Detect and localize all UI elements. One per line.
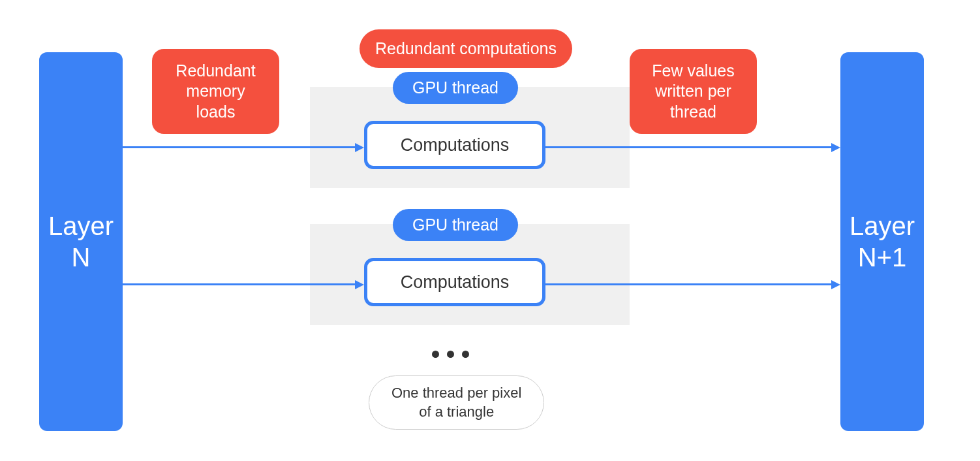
footer-caption-text: One thread per pixel of a triangle bbox=[391, 385, 521, 420]
dot-icon bbox=[432, 351, 439, 358]
arrow-2-right-line bbox=[545, 283, 831, 285]
layer-n-box: Layer N bbox=[39, 52, 123, 431]
ellipsis-icon bbox=[432, 351, 469, 358]
arrow-2-right-head bbox=[831, 280, 840, 289]
callout-redundant-computations-text: Redundant computations bbox=[375, 39, 557, 59]
callout-redundant-computations: Redundant computations bbox=[360, 29, 572, 68]
arrow-2-left-head bbox=[355, 280, 364, 289]
callout-few-values: Few values written per thread bbox=[630, 49, 757, 134]
footer-caption-pill: One thread per pixel of a triangle bbox=[369, 375, 544, 430]
callout-redundant-memory: Redundant memory loads bbox=[152, 49, 279, 134]
layer-n1-label: Layer N+1 bbox=[850, 210, 915, 273]
gpu-thread-pill-1: GPU thread bbox=[393, 72, 518, 104]
arrow-1-left-head bbox=[355, 143, 364, 152]
gpu-thread-pill-2: GPU thread bbox=[393, 209, 518, 241]
gpu-thread-label-2: GPU thread bbox=[412, 215, 498, 234]
computation-box-1: Computations bbox=[364, 121, 545, 169]
arrow-1-right-line bbox=[545, 146, 831, 148]
gpu-thread-label-1: GPU thread bbox=[412, 78, 498, 97]
callout-few-values-text: Few values written per thread bbox=[652, 61, 734, 122]
computation-label-1: Computations bbox=[401, 135, 510, 155]
dot-icon bbox=[462, 351, 469, 358]
callout-redundant-memory-text: Redundant memory loads bbox=[176, 61, 255, 122]
arrow-1-right-head bbox=[831, 143, 840, 152]
computation-box-2: Computations bbox=[364, 258, 545, 306]
arrow-1-left-line bbox=[123, 146, 355, 148]
layer-n1-box: Layer N+1 bbox=[840, 52, 924, 431]
dot-icon bbox=[447, 351, 454, 358]
arrow-2-left-line bbox=[123, 283, 355, 285]
layer-n-label: Layer N bbox=[48, 210, 114, 273]
computation-label-2: Computations bbox=[401, 272, 510, 293]
